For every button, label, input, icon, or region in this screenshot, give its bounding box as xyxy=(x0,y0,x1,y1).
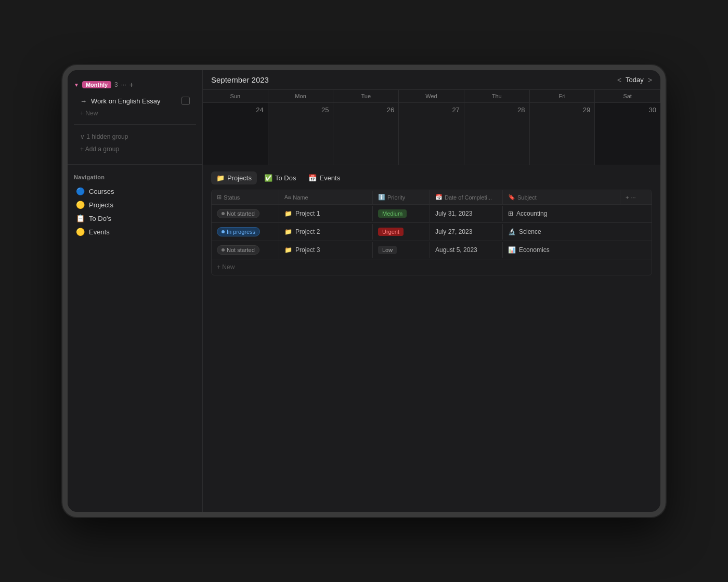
monthly-dots[interactable]: ··· xyxy=(121,81,126,88)
project-icon-3: 📁 xyxy=(284,246,292,254)
more-col-icon[interactable]: ··· xyxy=(631,194,635,201)
td-subject-3: 📊 Economics xyxy=(503,242,652,258)
date-value-1: July 31, 2023 xyxy=(435,210,472,217)
td-status-1: Not started xyxy=(212,205,279,222)
status-text-2: In progress xyxy=(227,229,255,235)
cal-day-29[interactable]: 29 xyxy=(530,102,595,165)
cal-date-24: 24 xyxy=(207,106,264,114)
monthly-count: 3 xyxy=(114,81,118,88)
add-group[interactable]: + Add a group xyxy=(74,143,196,155)
sidebar-item-projects[interactable]: 🟡 Projects xyxy=(74,198,196,211)
events-label: Events xyxy=(89,228,110,236)
status-badge-3[interactable]: Not started xyxy=(217,245,259,255)
td-name-1: 📁 Project 1 xyxy=(279,206,373,221)
priority-badge-2[interactable]: Urgent xyxy=(378,228,404,236)
calendar-section: September 2023 < Today > Sun Mon Tue Wed… xyxy=(203,70,660,165)
cal-day-26[interactable]: 26 xyxy=(333,102,399,165)
td-priority-2: Urgent xyxy=(373,223,430,240)
project-icon-1: 📁 xyxy=(284,210,292,217)
cal-header-sun: Sun xyxy=(203,90,268,102)
cal-header-thu: Thu xyxy=(464,90,530,102)
cal-header-mon: Mon xyxy=(268,90,334,102)
events-tab-icon: 📅 xyxy=(308,174,317,182)
projects-tab-label: Projects xyxy=(227,174,252,182)
calendar-title: September 2023 xyxy=(211,75,269,84)
navigation-title: Navigation xyxy=(74,174,196,180)
date-value-3: August 5, 2023 xyxy=(435,246,477,254)
td-date-2: July 27, 2023 xyxy=(430,224,503,240)
new-button[interactable]: + New xyxy=(74,108,196,119)
sidebar-item-events[interactable]: 🟡 Events xyxy=(74,225,196,239)
monthly-badge[interactable]: Monthly xyxy=(82,81,111,88)
subject-name-1: Accounting xyxy=(516,210,547,217)
name-col-label: Name xyxy=(293,194,308,201)
task-name: Work on English Essay xyxy=(91,97,160,105)
todos-tab-icon: ✅ xyxy=(264,174,272,182)
today-nav: < Today > xyxy=(617,76,652,84)
cal-day-25[interactable]: 25 xyxy=(268,102,334,165)
today-label[interactable]: Today xyxy=(626,76,644,84)
subject-col-label: Subject xyxy=(517,194,537,201)
monthly-header: ▼ Monthly 3 ··· + xyxy=(74,81,196,89)
triangle-icon: ▼ xyxy=(74,82,79,88)
priority-col-label: Priority xyxy=(387,194,405,201)
task-row[interactable]: → Work on English Essay xyxy=(74,94,196,108)
next-arrow[interactable]: > xyxy=(648,76,652,84)
td-status-2: In progress xyxy=(212,223,279,241)
main-content: September 2023 < Today > Sun Mon Tue Wed… xyxy=(203,70,660,512)
date-col-icon: 📅 xyxy=(435,194,443,201)
task-arrow-icon: → xyxy=(80,97,87,105)
status-badge-1[interactable]: Not started xyxy=(217,209,259,218)
sidebar: ▼ Monthly 3 ··· + → Work on English Essa… xyxy=(68,70,203,512)
cal-day-27[interactable]: 27 xyxy=(399,102,464,165)
status-col-icon: ⊞ xyxy=(217,194,222,201)
cal-date-27: 27 xyxy=(403,106,460,114)
priority-badge-1[interactable]: Medium xyxy=(378,209,407,218)
cal-header-wed: Wed xyxy=(399,90,464,102)
project-name-3: Project 3 xyxy=(295,246,320,254)
table-row[interactable]: Not started 📁 Project 1 Medium July 31, … xyxy=(212,205,652,223)
status-badge-2[interactable]: In progress xyxy=(217,227,260,236)
add-new-label[interactable]: + New xyxy=(217,263,235,271)
tab-projects[interactable]: 📁 Projects xyxy=(211,171,257,184)
tab-events[interactable]: 📅 Events xyxy=(303,171,345,184)
section-tabs: 📁 Projects ✅ To Dos 📅 Events xyxy=(211,171,652,184)
td-date-1: July 31, 2023 xyxy=(430,206,503,221)
cal-day-30[interactable]: 30 xyxy=(595,102,660,165)
subject-icon-3: 📊 xyxy=(508,246,516,254)
status-col-label: Status xyxy=(224,194,240,201)
calendar-grid: Sun Mon Tue Wed Thu Fri Sat 24 25 26 xyxy=(203,90,660,165)
cal-day-28[interactable]: 28 xyxy=(464,102,530,165)
add-col-icon[interactable]: + xyxy=(626,194,629,201)
tab-todos[interactable]: ✅ To Dos xyxy=(259,171,301,184)
table-header: ⊞ Status Aa Name ℹ️ Priority 📅 xyxy=(212,190,652,205)
table-row[interactable]: In progress 📁 Project 2 Urgent July 27, … xyxy=(212,223,652,241)
hidden-group[interactable]: ∨ 1 hidden group xyxy=(74,130,196,143)
prev-arrow[interactable]: < xyxy=(617,76,621,84)
th-actions: + ··· xyxy=(620,191,652,204)
subject-col-icon: 🔖 xyxy=(508,194,515,201)
th-subject: 🔖 Subject xyxy=(503,190,620,204)
table-row[interactable]: Not started 📁 Project 3 Low August 5, 20… xyxy=(212,241,652,259)
td-status-3: Not started xyxy=(212,241,279,259)
add-new-row[interactable]: + New xyxy=(212,259,652,275)
date-value-2: July 27, 2023 xyxy=(435,228,472,235)
monthly-plus[interactable]: + xyxy=(129,81,134,89)
sidebar-item-courses[interactable]: 🔵 Courses xyxy=(74,184,196,198)
subject-icon-2: 🔬 xyxy=(508,228,516,235)
projects-table: ⊞ Status Aa Name ℹ️ Priority 📅 xyxy=(211,190,652,275)
td-subject-2: 🔬 Science xyxy=(503,224,652,240)
projects-icon: 🟡 xyxy=(76,201,85,209)
cal-day-24[interactable]: 24 xyxy=(203,102,268,165)
cal-header-tue: Tue xyxy=(333,90,399,102)
divider xyxy=(74,124,196,125)
task-checkbox[interactable] xyxy=(181,97,190,105)
projects-section: 📁 Projects ✅ To Dos 📅 Events xyxy=(203,165,660,512)
td-priority-1: Medium xyxy=(373,205,430,222)
date-col-label: Date of Completi... xyxy=(445,194,492,201)
sidebar-item-todos[interactable]: 📋 To Do's xyxy=(74,211,196,225)
priority-badge-3[interactable]: Low xyxy=(378,246,397,254)
projects-tab-icon: 📁 xyxy=(216,174,225,182)
status-dot-1 xyxy=(222,212,225,215)
cal-date-25: 25 xyxy=(272,106,329,114)
